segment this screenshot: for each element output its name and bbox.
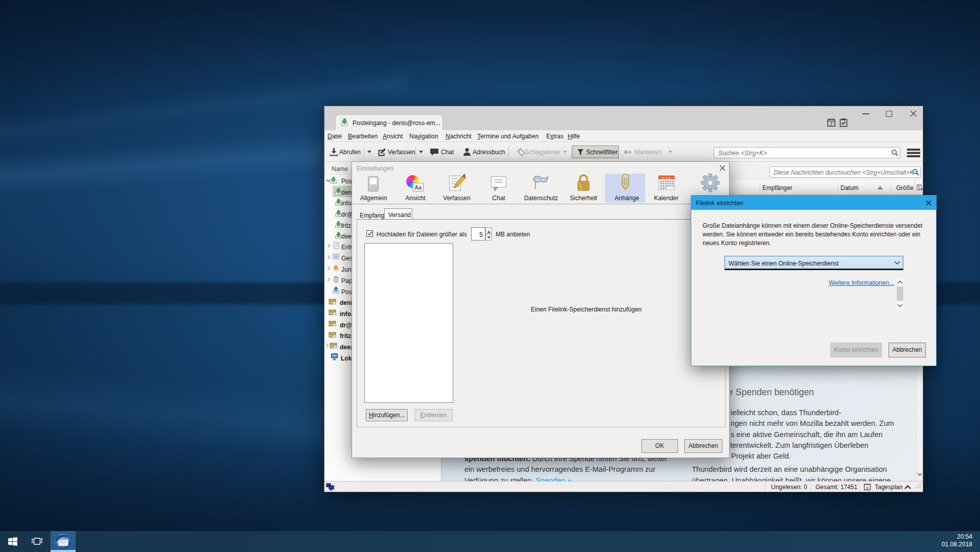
svg-text:1: 1 bbox=[866, 486, 869, 490]
svg-text:7: 7 bbox=[830, 122, 832, 127]
svg-text:Mai 2013: Mai 2013 bbox=[662, 177, 671, 179]
